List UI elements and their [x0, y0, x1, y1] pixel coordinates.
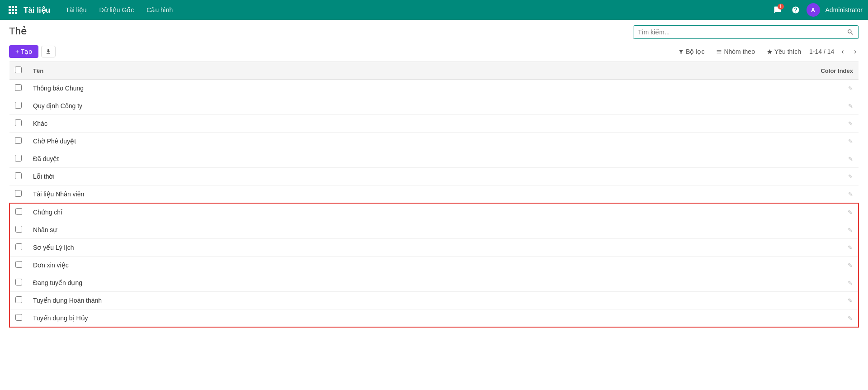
table-row: Tuyển dụng bị Hủy✎	[9, 309, 859, 328]
row-checkbox[interactable]	[15, 119, 22, 126]
header-name[interactable]: Tên	[28, 62, 566, 80]
svg-rect-0	[9, 6, 11, 8]
row-checkbox[interactable]	[15, 155, 22, 162]
row-checkbox[interactable]	[15, 172, 22, 179]
navbar-brand[interactable]: Tài liệu	[24, 5, 50, 15]
header-color-index[interactable]: Color Index	[566, 62, 859, 80]
row-color-index[interactable]: ✎	[566, 203, 859, 221]
table-row: Thông báo Chung✎	[9, 80, 859, 97]
svg-rect-5	[15, 9, 17, 11]
edit-icon[interactable]: ✎	[848, 120, 853, 127]
row-name: Thông báo Chung	[28, 80, 566, 97]
row-color-index[interactable]: ✎	[566, 185, 859, 204]
svg-rect-1	[12, 6, 14, 8]
row-color-index[interactable]: ✎	[566, 168, 859, 185]
admin-name[interactable]: Administrator	[826, 6, 863, 14]
create-button[interactable]: + Tạo	[9, 45, 38, 58]
edit-icon[interactable]: ✎	[848, 280, 853, 286]
edit-icon[interactable]: ✎	[848, 315, 853, 322]
row-name: Đã duyệt	[28, 150, 566, 168]
row-checkbox[interactable]	[15, 226, 22, 233]
row-color-index[interactable]: ✎	[566, 274, 859, 292]
svg-rect-7	[12, 12, 14, 14]
row-color-index[interactable]: ✎	[566, 80, 859, 97]
row-color-index[interactable]: ✎	[566, 239, 859, 257]
row-color-index[interactable]: ✎	[566, 309, 859, 328]
row-color-index[interactable]: ✎	[566, 257, 859, 274]
edit-icon[interactable]: ✎	[848, 244, 853, 251]
row-name: Chờ Phê duyệt	[28, 133, 566, 150]
export-button[interactable]	[41, 46, 56, 57]
row-name: Tuyển dụng bị Hủy	[28, 309, 566, 328]
row-color-index[interactable]: ✎	[566, 133, 859, 150]
row-name: Sơ yếu Lý lịch	[28, 239, 566, 257]
row-checkbox[interactable]	[15, 279, 22, 285]
edit-icon[interactable]: ✎	[848, 173, 853, 180]
favorites-label: Yêu thích	[774, 48, 801, 55]
data-table: Tên Color Index Thông báo Chung✎Quy định…	[9, 62, 859, 328]
select-all-checkbox[interactable]	[15, 67, 22, 73]
apps-icon[interactable]	[5, 3, 20, 17]
navbar-menu-config[interactable]: Cấu hình	[140, 0, 179, 20]
edit-icon[interactable]: ✎	[848, 103, 853, 109]
row-color-index[interactable]: ✎	[566, 292, 859, 309]
row-checkbox[interactable]	[15, 296, 22, 303]
edit-icon[interactable]: ✎	[848, 85, 853, 92]
row-color-index[interactable]: ✎	[566, 150, 859, 168]
pagination-info: 1-14 / 14	[809, 48, 834, 55]
row-checkbox[interactable]	[15, 208, 22, 215]
toolbar-right: Bộ lọc Nhóm theo Yêu thích 1-14 / 14 ‹ ›	[675, 46, 859, 57]
search-area	[633, 25, 859, 39]
svg-rect-4	[12, 9, 14, 11]
svg-rect-2	[15, 6, 17, 8]
navbar-menu-source-data[interactable]: Dữ liệu Gốc	[93, 0, 140, 20]
navbar-menu-documents[interactable]: Tài liệu	[59, 0, 93, 20]
table-body: Thông báo Chung✎Quy định Công ty✎Khác✎Ch…	[9, 80, 859, 328]
toolbar: + Tạo Bộ lọc Nhóm theo Yêu thích 1-14 / …	[0, 42, 868, 62]
row-checkbox[interactable]	[15, 84, 22, 91]
group-by-button[interactable]: Nhóm theo	[712, 46, 758, 57]
row-checkbox[interactable]	[15, 243, 22, 250]
edit-icon[interactable]: ✎	[848, 209, 853, 216]
edit-icon[interactable]: ✎	[848, 138, 853, 145]
row-checkbox[interactable]	[15, 314, 22, 321]
filter-button[interactable]: Bộ lọc	[675, 46, 708, 57]
row-name: Đơn xin việc	[28, 257, 566, 274]
edit-icon[interactable]: ✎	[848, 156, 853, 162]
edit-icon[interactable]: ✎	[848, 262, 853, 269]
avatar[interactable]: A	[807, 3, 820, 17]
table-row: Sơ yếu Lý lịch✎	[9, 239, 859, 257]
row-name: Tài liệu Nhân viên	[28, 185, 566, 204]
pagination-prev[interactable]: ‹	[839, 47, 846, 57]
row-checkbox[interactable]	[15, 102, 22, 109]
navbar-right: 1 A Administrator	[770, 3, 863, 17]
pagination-next[interactable]: ›	[851, 47, 859, 57]
edit-icon[interactable]: ✎	[848, 191, 853, 198]
row-checkbox[interactable]	[15, 261, 22, 268]
page-header: Thẻ	[0, 20, 868, 42]
row-checkbox[interactable]	[15, 137, 22, 144]
search-button[interactable]	[842, 26, 859, 38]
table-row: Tuyển dụng Hoàn thành✎	[9, 292, 859, 309]
page-title: Thẻ	[9, 25, 27, 37]
table-row: Quy định Công ty✎	[9, 97, 859, 115]
navbar: Tài liệu Tài liệu Dữ liệu Gốc Cấu hình 1…	[0, 0, 868, 20]
row-name: Lỗi thời	[28, 168, 566, 185]
row-checkbox[interactable]	[15, 190, 22, 197]
help-btn[interactable]	[788, 3, 803, 17]
table-header-row: Tên Color Index	[9, 62, 859, 80]
favorites-button[interactable]: Yêu thích	[763, 46, 805, 57]
row-color-index[interactable]: ✎	[566, 97, 859, 115]
notification-btn[interactable]: 1	[770, 3, 785, 17]
edit-icon[interactable]: ✎	[848, 297, 853, 304]
search-container	[633, 25, 859, 39]
table-row: Đã duyệt✎	[9, 150, 859, 168]
edit-icon[interactable]: ✎	[848, 227, 853, 233]
row-name: Đang tuyển dụng	[28, 274, 566, 292]
svg-rect-8	[15, 12, 17, 14]
group-by-label: Nhóm theo	[724, 48, 755, 55]
search-input[interactable]	[633, 26, 842, 38]
row-color-index[interactable]: ✎	[566, 221, 859, 239]
navbar-menu: Tài liệu Dữ liệu Gốc Cấu hình	[59, 0, 770, 20]
row-color-index[interactable]: ✎	[566, 115, 859, 133]
